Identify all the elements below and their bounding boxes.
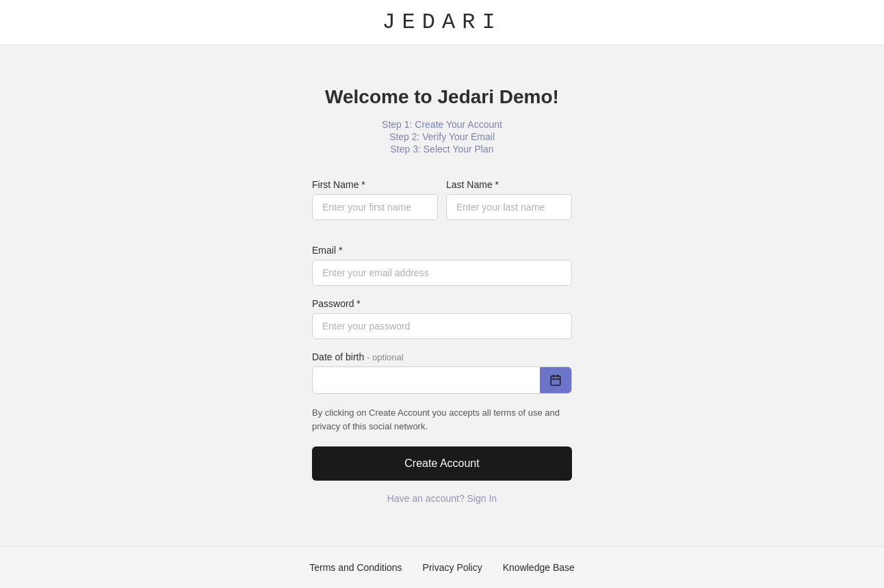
- main-content: Welcome to Jedari Demo! Step 1: Create Y…: [0, 45, 884, 546]
- password-group: Password *: [312, 298, 572, 339]
- last-name-group: Last Name *: [446, 179, 572, 220]
- svg-rect-0: [551, 376, 560, 386]
- dob-input-wrapper: [312, 366, 572, 394]
- footer-privacy-link[interactable]: Privacy Policy: [423, 562, 482, 573]
- step-2: Step 2: Verify Your Email: [389, 131, 495, 142]
- footer-terms-link[interactable]: Terms and Conditions: [309, 562, 402, 573]
- logo: JEDARI: [382, 10, 502, 35]
- name-row: First Name * Last Name *: [312, 179, 572, 232]
- header: JEDARI: [0, 0, 884, 45]
- dob-input[interactable]: [313, 367, 540, 393]
- footer-knowledge-link[interactable]: Knowledge Base: [503, 562, 575, 573]
- dob-group: Date of birth - optional: [312, 351, 572, 394]
- create-account-button[interactable]: Create Account: [312, 446, 572, 481]
- dob-optional-label: - optional: [367, 352, 403, 362]
- step-1: Step 1: Create Your Account: [382, 119, 502, 130]
- step-3: Step 3: Select Your Plan: [391, 144, 494, 155]
- last-name-input[interactable]: [446, 194, 572, 220]
- registration-form: First Name * Last Name * Email * Passwor…: [312, 179, 572, 504]
- first-name-group: First Name *: [312, 179, 438, 220]
- email-label: Email *: [312, 245, 572, 256]
- email-group: Email *: [312, 245, 572, 286]
- first-name-label: First Name *: [312, 179, 438, 190]
- sign-in-anchor[interactable]: Have an account? Sign In: [387, 493, 497, 504]
- calendar-icon: [549, 374, 562, 386]
- email-input[interactable]: [312, 260, 572, 286]
- password-label: Password *: [312, 298, 572, 309]
- welcome-title: Welcome to Jedari Demo!: [325, 86, 559, 108]
- first-name-input[interactable]: [312, 194, 438, 220]
- calendar-button[interactable]: [540, 367, 571, 393]
- last-name-label: Last Name *: [446, 179, 572, 190]
- dob-label: Date of birth - optional: [312, 351, 572, 362]
- password-input[interactable]: [312, 313, 572, 339]
- steps-container: Step 1: Create Your Account Step 2: Veri…: [382, 119, 502, 155]
- footer: Terms and Conditions Privacy Policy Know…: [0, 546, 884, 588]
- terms-text: By clicking on Create Account you accept…: [312, 406, 572, 433]
- sign-in-link[interactable]: Have an account? Sign In: [312, 493, 572, 504]
